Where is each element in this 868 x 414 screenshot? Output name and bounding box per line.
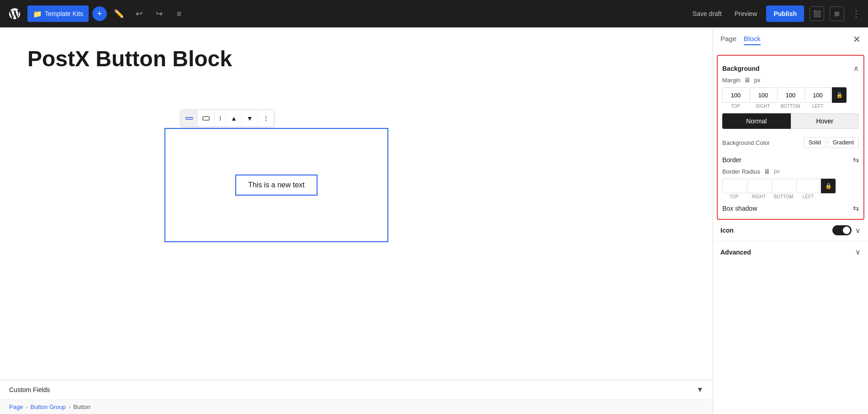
tab-page[interactable]: Page — [720, 33, 736, 45]
page-title: PostX Button Block — [27, 46, 685, 72]
border-label: Border — [722, 156, 741, 164]
background-section: Background ∧ Margin 🖥 px TOP — [717, 55, 864, 220]
br-bottom-wrap: BOTTOM — [772, 179, 795, 199]
bg-color-label: Background Color — [722, 139, 770, 146]
margin-inputs-container: TOP RIGHT BOTTOM LEFT 🔒 — [722, 87, 859, 109]
box-shadow-label: Box shadow — [722, 205, 757, 212]
margin-label: Margin — [722, 77, 741, 84]
breadcrumb: Page › Button Group › Button — [0, 399, 713, 414]
svg-rect-1 — [203, 117, 209, 120]
margin-top-input[interactable] — [722, 87, 749, 103]
breadcrumb-sep-2: › — [69, 403, 70, 410]
border-radius-label: Border Radius — [722, 168, 760, 175]
gradient-option-btn[interactable]: Gradient — [828, 137, 859, 148]
margin-device-icon: 🖥 — [744, 76, 751, 84]
icon-chevron-down[interactable]: ∨ — [855, 226, 861, 235]
block-move-down[interactable]: ▼ — [242, 110, 258, 127]
custom-fields-bar: Custom Fields ▼ — [0, 380, 713, 399]
edit-mode-button[interactable]: ✏️ — [111, 5, 127, 22]
folder-icon: 📁 — [33, 10, 42, 18]
br-right-input[interactable] — [747, 179, 771, 193]
bg-color-options: Solid Gradient — [804, 137, 859, 148]
br-device-icon: 🖥 — [764, 168, 770, 175]
svg-rect-0 — [185, 117, 193, 119]
solid-option-btn[interactable]: Solid — [804, 137, 826, 148]
background-section-header[interactable]: Background ∧ — [722, 60, 859, 76]
canvas-area: PostX Button Block ⁞ ▲ ▼ ⋮ This is a new… — [0, 27, 713, 414]
br-inputs-container: TOP RIGHT BOTTOM LEFT — [722, 179, 859, 199]
margin-right-input[interactable] — [750, 87, 776, 103]
br-lock-button[interactable]: 🔒 — [821, 179, 836, 193]
box-shadow-row: Box shadow ⇆ — [722, 199, 859, 214]
breadcrumb-page[interactable]: Page — [9, 403, 23, 410]
button-element[interactable]: This is a new text — [235, 175, 318, 196]
advanced-section[interactable]: Advanced ∨ — [713, 241, 868, 263]
margin-left-label: LEFT — [812, 104, 823, 109]
border-radius-section: Border Radius 🖥 px TOP RIGHT — [722, 168, 859, 199]
br-top-input[interactable] — [722, 179, 746, 193]
panel-close-button[interactable]: ✕ — [853, 34, 861, 45]
background-section-title: Background — [722, 65, 760, 72]
breadcrumb-sep-1: › — [26, 403, 27, 410]
main-area: PostX Button Block ⁞ ▲ ▼ ⋮ This is a new… — [0, 27, 868, 414]
br-left-label: LEFT — [803, 194, 814, 199]
breadcrumb-button-group[interactable]: Button Group — [31, 403, 66, 410]
panel-header: Page Block ✕ — [713, 27, 868, 51]
save-draft-button[interactable]: Save draft — [689, 7, 725, 20]
br-header: Border Radius 🖥 px — [722, 168, 859, 175]
block-move-up[interactable]: ▲ — [226, 110, 242, 127]
advanced-section-title: Advanced — [720, 249, 751, 256]
page-content: PostX Button Block ⁞ ▲ ▼ ⋮ This is a new… — [0, 27, 713, 380]
margin-bottom-input[interactable] — [777, 87, 804, 103]
breadcrumb-button: Button — [73, 403, 90, 410]
br-bottom-input[interactable] — [772, 179, 795, 193]
br-left-wrap: LEFT — [796, 179, 820, 199]
border-settings-icon[interactable]: ⇆ — [853, 155, 859, 164]
br-top-wrap: TOP — [722, 179, 746, 199]
margin-row: Margin 🖥 px — [722, 76, 859, 84]
border-row: Border ⇆ — [722, 152, 859, 168]
state-tabs: Normal Hover — [722, 113, 859, 129]
margin-left-wrap: LEFT — [804, 87, 831, 109]
top-toolbar: 📁 Template Kits + ✏️ ↩ ↪ ≡ Save draft Pr… — [0, 0, 868, 27]
margin-right-wrap: RIGHT — [750, 87, 776, 109]
box-shadow-settings-icon[interactable]: ⇆ — [853, 204, 859, 212]
margin-left-input[interactable] — [804, 87, 831, 103]
button-block-container: This is a new text — [164, 128, 388, 242]
view-toggle-button[interactable]: ⬛ — [810, 6, 824, 21]
block-style-btn-1[interactable] — [181, 110, 198, 127]
button-text: This is a new text — [248, 181, 305, 189]
state-hover-tab[interactable]: Hover — [791, 113, 859, 129]
margin-right-label: RIGHT — [756, 104, 770, 109]
publish-button[interactable]: Publish — [766, 5, 804, 22]
preview-button[interactable]: Preview — [731, 7, 761, 20]
add-block-button[interactable]: + — [92, 6, 107, 21]
right-panel: Page Block ✕ Background ∧ Margin 🖥 px — [713, 27, 868, 414]
template-kits-button[interactable]: 📁 Template Kits — [27, 5, 89, 22]
tab-block[interactable]: Block — [744, 33, 761, 45]
undo-button[interactable]: ↩ — [131, 5, 147, 22]
redo-button[interactable]: ↪ — [151, 5, 167, 22]
block-style-btn-2[interactable] — [198, 110, 215, 127]
margin-unit: px — [754, 77, 761, 84]
margin-bottom-label: BOTTOM — [781, 104, 800, 109]
custom-fields-toggle[interactable]: ▼ — [696, 386, 704, 394]
background-section-inner: Background ∧ Margin 🖥 px TOP — [722, 60, 859, 214]
wp-logo — [5, 5, 24, 23]
state-normal-tab[interactable]: Normal — [722, 113, 791, 129]
background-collapse-icon: ∧ — [853, 64, 859, 73]
list-view-button[interactable]: ≡ — [171, 5, 187, 22]
icon-controls: ∨ — [832, 225, 861, 235]
block-drag-handle[interactable]: ⁞ — [215, 110, 226, 127]
icon-toggle[interactable] — [832, 225, 852, 235]
br-left-input[interactable] — [796, 179, 820, 193]
margin-lock-button[interactable]: 🔒 — [832, 87, 847, 103]
margin-bottom-wrap: BOTTOM — [777, 87, 804, 109]
icon-section-title: Icon — [720, 227, 734, 234]
br-bottom-label: BOTTOM — [774, 194, 794, 199]
layout-toggle-button[interactable]: ⊞ — [830, 6, 844, 21]
block-more-options[interactable]: ⋮ — [258, 110, 274, 127]
custom-fields-label: Custom Fields — [9, 386, 50, 393]
more-options-button[interactable]: ⋮ — [850, 6, 863, 21]
br-top-label: TOP — [730, 194, 739, 199]
